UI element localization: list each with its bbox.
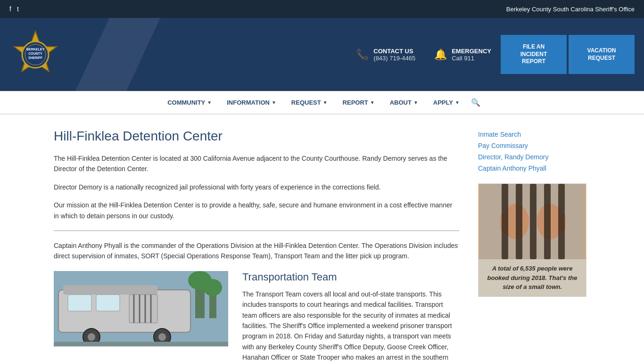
para-4: Captain Anthony Phyall is the commander … (54, 240, 459, 262)
svg-text:BERKELEY: BERKELEY (26, 48, 44, 51)
svg-rect-34 (551, 210, 559, 231)
nav-apply[interactable]: APPLY ▼ (426, 91, 467, 115)
search-icon[interactable]: 🔍 (467, 98, 484, 107)
sidebar-link-pay-commissary[interactable]: Pay Commissary (478, 140, 586, 151)
logo-area: BERKELEY COUNTY SHERIFF (9, 29, 104, 81)
header-buttons: FILE AN INCIDENTREPORT VACATIONREQUEST (501, 35, 635, 74)
nav-about[interactable]: ABOUT ▼ (382, 91, 426, 115)
content-divider (54, 230, 459, 231)
chevron-down-icon: ▼ (272, 100, 276, 105)
sheriff-badge: BERKELEY COUNTY SHERIFF (9, 29, 61, 81)
header: BERKELEY COUNTY SHERIFF 📞 CONTACT US (84… (0, 18, 644, 91)
contact-label: CONTACT US (373, 48, 415, 55)
vacation-request-button[interactable]: VACATIONREQUEST (569, 35, 635, 74)
svg-rect-8 (63, 285, 157, 295)
bars-illustration (480, 184, 584, 259)
main-nav: COMMUNITY ▼ INFORMATION ▼ REQUEST ▼ REPO… (0, 91, 644, 115)
nav-report[interactable]: REPORT ▼ (335, 91, 382, 115)
emergency-label: EMERGENCY (452, 48, 491, 55)
chevron-down-icon: ▼ (370, 100, 375, 105)
svg-rect-38 (530, 184, 537, 259)
svg-rect-39 (544, 184, 551, 259)
svg-rect-20 (54, 342, 228, 346)
svg-rect-9 (68, 295, 91, 311)
transport-van-illustration (54, 271, 228, 346)
info-box-image (479, 184, 586, 259)
phone-icon: 📞 (356, 49, 369, 61)
chevron-down-icon: ▼ (455, 100, 460, 105)
org-title: Berkeley County South Carolina Sheriff's… (506, 6, 635, 13)
sidebar-link-inmate-search[interactable]: Inmate Search (478, 129, 586, 140)
nav-information[interactable]: INFORMATION ▼ (219, 91, 284, 115)
svg-point-24 (203, 279, 222, 296)
para-1: The Hill-Finklea Detention Center is loc… (54, 153, 459, 174)
facebook-link[interactable]: f (9, 5, 11, 13)
transport-image (54, 271, 228, 346)
contact-phone: (843) 719-4465 (373, 55, 415, 62)
nav-request[interactable]: REQUEST ▼ (284, 91, 335, 115)
svg-point-19 (158, 333, 166, 341)
info-box-stat: A total of 6,535 people were booked duri… (487, 265, 578, 290)
sidebar-links: Inmate Search Pay Commissary Director, R… (478, 129, 586, 174)
transportation-section: Transportation Team The Transport Team c… (54, 271, 459, 362)
top-bar: f t Berkeley County South Carolina Sheri… (0, 0, 644, 18)
twitter-link[interactable]: t (17, 5, 19, 13)
para-2: Director Demory is a nationally recogniz… (54, 182, 459, 192)
emergency-item: 🔔 EMERGENCY Call 911 (434, 48, 491, 62)
transport-right: Transportation Team The Transport Team c… (242, 271, 459, 362)
svg-rect-36 (502, 184, 508, 259)
svg-rect-37 (516, 184, 522, 259)
svg-text:COUNTY: COUNTY (28, 52, 42, 55)
bell-icon: 🔔 (434, 49, 447, 61)
sidebar-link-captain[interactable]: Captain Anthony Phyall (478, 163, 586, 174)
chevron-down-icon: ▼ (413, 100, 418, 105)
svg-text:SHERIFF: SHERIFF (28, 56, 43, 59)
sidebar: Inmate Search Pay Commissary Director, R… (478, 129, 586, 362)
chevron-down-icon: ▼ (323, 100, 328, 105)
chevron-down-icon: ▼ (207, 100, 212, 105)
transport-title: Transportation Team (242, 271, 459, 283)
para-3: Our mission at the Hill-Finklea Detentio… (54, 200, 459, 221)
info-box-text: A total of 6,535 people were booked duri… (479, 259, 586, 296)
contact-us-item: 📞 CONTACT US (843) 719-4465 (356, 48, 415, 62)
transport-text: The Transport Team covers all local and … (242, 289, 459, 362)
page-title: Hill-Finklea Detention Center (54, 129, 459, 144)
main-content: Hill-Finklea Detention Center The Hill-F… (0, 115, 644, 362)
emergency-value: Call 911 (452, 55, 491, 62)
nav-community[interactable]: COMMUNITY ▼ (160, 91, 219, 115)
file-incident-button[interactable]: FILE AN INCIDENTREPORT (501, 35, 567, 74)
sidebar-link-director[interactable]: Director, Randy Demory (478, 151, 586, 163)
svg-point-17 (88, 333, 95, 341)
info-box: A total of 6,535 people were booked duri… (478, 183, 586, 297)
social-icons: f t (9, 5, 19, 13)
svg-rect-10 (96, 295, 120, 311)
svg-rect-29 (507, 210, 515, 231)
svg-rect-40 (558, 184, 565, 259)
header-contact-area: 📞 CONTACT US (843) 719-4465 🔔 EMERGENCY … (356, 48, 491, 62)
content-left: Hill-Finklea Detention Center The Hill-F… (54, 129, 459, 362)
